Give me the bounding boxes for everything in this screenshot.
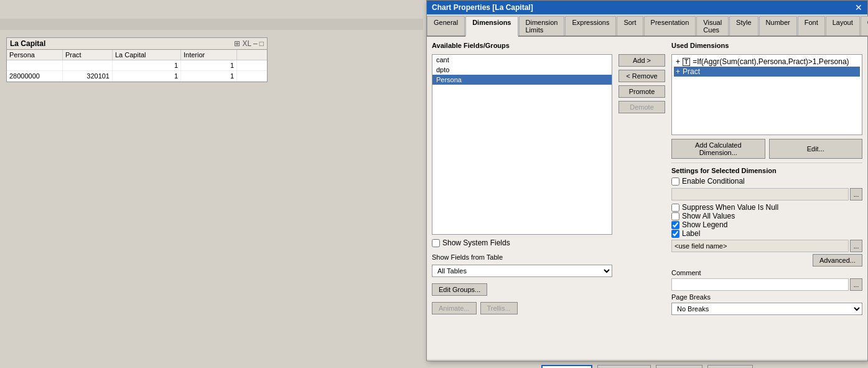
dim-text-1: Pract [683,67,700,76]
cell-0-0 [7,60,63,70]
col-header-interior: Interior [181,50,237,60]
dialog-footer: Aceptar Cancelar Aplicar Ayuda [427,359,867,368]
table-row: 1 1 [7,60,267,71]
dim-item-1[interactable]: + Pract [674,67,860,77]
field-item-dpto[interactable]: dpto [432,65,612,75]
tab-presentation[interactable]: Presentation [644,16,696,35]
dim-type-icon-0: T [683,58,690,66]
demote-button[interactable]: Demote [618,101,665,113]
dim-item-0[interactable]: + T =If(Aggr(Sum(cant),Persona,Pract)>1,… [674,57,860,67]
conditional-input-row: ... [671,188,862,201]
field-item-persona[interactable]: Persona [432,75,612,85]
used-dimensions-list[interactable]: + T =If(Aggr(Sum(cant),Persona,Pract)>1,… [671,54,862,135]
add-calculated-dimension-button[interactable]: Add Calculated Dimension... [671,139,765,159]
page-breaks-dropdown[interactable]: No Breaks [671,303,862,315]
table-col-headers: Persona Pract La Capital Interior [7,50,267,60]
used-dimensions-label: Used Dimensions [671,42,862,49]
show-all-values-checkbox[interactable] [671,212,679,220]
suppress-when-null-row: Suppress When Value Is Null [671,203,862,212]
tab-dimension-limits[interactable]: Dimension Limits [519,16,565,35]
label-row: Label [671,229,862,238]
dialog-title-bar: Chart Properties [La Capital] ✕ [427,1,867,14]
edit-dimension-button[interactable]: Edit... [769,139,863,159]
cell-1-2: 1 [113,71,181,81]
col-header-persona: Persona [7,50,63,60]
show-legend-checkbox[interactable] [671,221,679,229]
show-system-fields-row: Show System Fields [432,238,612,247]
icon-doc: ⊞ [234,39,240,48]
suppress-when-null-checkbox[interactable] [671,204,679,212]
icon-minus: – [253,39,258,48]
page-breaks-label: Page Breaks [671,293,862,301]
show-fields-from-dropdown[interactable]: All Tables [432,265,612,277]
label-input-btn[interactable]: ... [850,240,862,252]
show-all-values-row: Show All Values [671,212,862,220]
cancelar-button[interactable]: Cancelar [597,365,651,368]
comment-label: Comment [671,269,862,276]
tab-dimensions[interactable]: Dimensions [465,16,518,37]
cell-0-3: 1 [181,60,237,70]
show-system-fields-checkbox[interactable] [432,239,440,247]
cell-0-2: 1 [113,60,181,70]
advanced-button[interactable]: Advanced... [813,254,862,267]
promote-button[interactable]: Promote [618,85,665,98]
tab-sort[interactable]: Sort [617,16,643,35]
suppress-when-null-label: Suppress When Value Is Null [682,203,778,212]
enable-conditional-row: Enable Conditional [671,177,862,186]
comment-input-btn[interactable]: ... [850,278,862,291]
aplicar-button[interactable]: Aplicar [656,365,703,368]
icon-close: □ [259,39,264,48]
tab-general[interactable]: General [427,16,465,35]
fields-list[interactable]: cant dpto Persona [432,54,612,235]
tab-font[interactable]: Font [798,16,825,35]
gray-strip [0,19,423,30]
dim-expand-icon-0: + [676,57,680,66]
table-widget: La Capital ⊞ XL – □ Persona Pract La Cap… [6,37,268,82]
tab-number[interactable]: Number [759,16,797,35]
field-item-cant[interactable]: cant [432,55,612,65]
label-label: Label [682,229,700,238]
comment-input[interactable] [671,278,849,291]
tab-visual-cues[interactable]: Visual Cues [696,16,729,35]
col-header-lacapital: La Capital [113,50,181,60]
table-widget-icons: ⊞ XL – □ [234,39,264,48]
tab-style[interactable]: Style [729,16,758,35]
animate-trellis-row: Animate... Trellis... [432,302,612,314]
dialog-close-button[interactable]: ✕ [855,3,862,12]
ayuda-button[interactable]: Ayuda [707,365,753,368]
animate-button[interactable]: Animate... [432,302,477,314]
advanced-row: Advanced... [671,254,862,267]
conditional-input-btn[interactable]: ... [850,188,862,201]
show-legend-label: Show Legend [682,220,727,229]
tab-caption[interactable]: Caption [861,16,868,35]
show-all-values-label: Show All Values [682,212,735,220]
table-row: 28000000 320101 1 1 [7,71,267,82]
middle-buttons: Add > < Remove Promote Demote [618,42,665,354]
remove-button[interactable]: < Remove [618,70,665,82]
dim-expand-icon-1: + [676,67,680,76]
table-widget-title: La Capital [10,39,45,48]
right-panel: Used Dimensions + T =If(Aggr(Sum(cant),P… [671,42,862,354]
trellis-button[interactable]: Trellis... [480,302,518,314]
cell-0-1 [63,60,113,70]
edit-groups-row: Edit Groups... [432,283,612,296]
cell-1-1: 320101 [63,71,113,81]
edit-groups-button[interactable]: Edit Groups... [432,283,487,296]
tab-expressions[interactable]: Expressions [565,16,616,35]
add-button[interactable]: Add > [618,54,665,67]
show-system-fields-label: Show System Fields [442,238,510,247]
available-fields-label: Available Fields/Groups [432,42,612,49]
tab-layout[interactable]: Layout [826,16,860,35]
show-legend-row: Show Legend [671,220,862,229]
label-checkbox[interactable] [671,230,679,238]
add-edit-row: Add Calculated Dimension... Edit... [671,139,862,159]
conditional-input[interactable] [671,188,849,201]
aceptar-button[interactable]: Aceptar [541,365,592,368]
icon-xl: XL [242,39,251,48]
label-input[interactable] [671,240,849,252]
chart-properties-dialog: Chart Properties [La Capital] ✕ General … [426,0,868,361]
table-widget-header: La Capital ⊞ XL – □ [7,38,267,50]
comment-input-row: ... [671,278,862,291]
tab-bar: General Dimensions Dimension Limits Expr… [427,14,867,37]
enable-conditional-checkbox[interactable] [671,177,679,186]
